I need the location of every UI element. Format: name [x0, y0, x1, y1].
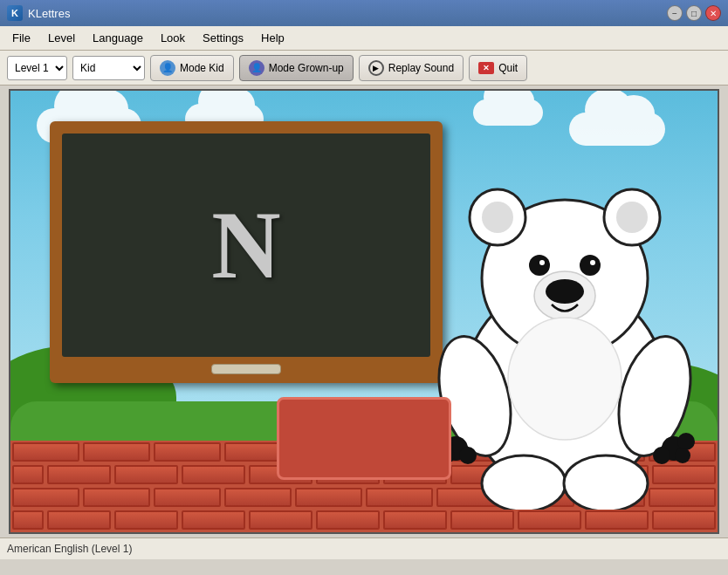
svg-point-16 — [459, 447, 477, 464]
quit-button[interactable]: ✕ Quit — [469, 55, 527, 81]
brick — [182, 510, 245, 530]
titlebar-controls: − □ ✕ — [667, 5, 721, 21]
toolbar: Level 1 Level 2 Level 3 Level 4 Kid Grow… — [0, 51, 728, 86]
brick — [585, 510, 649, 530]
titlebar: K KLettres − □ ✕ — [0, 0, 728, 26]
brick — [450, 510, 514, 530]
replay-sound-label: Replay Sound — [388, 62, 454, 74]
svg-point-25 — [508, 318, 622, 440]
brick — [224, 488, 292, 507]
svg-point-8 — [539, 260, 545, 265]
blackboard: N — [62, 133, 430, 357]
svg-point-24 — [564, 455, 648, 510]
replay-sound-button[interactable]: ▶ Replay Sound — [359, 55, 464, 81]
brick — [295, 488, 362, 507]
mode-kid-icon: 👤 — [160, 60, 175, 76]
statusbar: American English (Level 1) — [0, 537, 728, 559]
brick — [12, 442, 79, 462]
close-button[interactable]: ✕ — [705, 5, 721, 21]
brick — [316, 510, 380, 530]
brick — [83, 442, 150, 462]
mode-kid-button[interactable]: 👤 Mode Kid — [150, 55, 234, 81]
brick-row — [10, 509, 718, 531]
language-select[interactable]: Kid Grown-up — [72, 56, 145, 80]
brick — [518, 510, 581, 530]
level-select[interactable]: Level 1 Level 2 Level 3 Level 4 — [7, 56, 67, 80]
minimize-button[interactable]: − — [667, 5, 683, 21]
brick — [652, 510, 716, 530]
brick — [12, 510, 44, 530]
brick — [383, 510, 447, 530]
menu-help[interactable]: Help — [252, 29, 293, 47]
svg-point-23 — [482, 455, 566, 510]
brick — [154, 488, 221, 507]
svg-point-21 — [653, 447, 670, 464]
cloud-3 — [569, 113, 665, 146]
chalk-letter: N — [211, 190, 280, 301]
brick — [83, 488, 150, 507]
titlebar-left: K KLettres — [7, 5, 70, 21]
quit-icon: ✕ — [478, 62, 494, 74]
svg-point-6 — [529, 255, 550, 276]
mode-kid-label: Mode Kid — [180, 62, 224, 74]
brick — [249, 510, 312, 530]
svg-point-22 — [675, 448, 690, 463]
quit-label: Quit — [498, 62, 518, 74]
brick — [366, 488, 433, 507]
svg-point-9 — [590, 260, 595, 265]
app-icon: K — [7, 5, 23, 21]
brick — [154, 442, 221, 462]
window-title: KLettres — [28, 7, 70, 20]
menubar: File Level Language Look Settings Help — [0, 26, 728, 51]
maximize-button[interactable]: □ — [686, 5, 702, 21]
svg-point-7 — [580, 255, 601, 276]
blackboard-frame: N — [50, 121, 443, 383]
mode-grownup-icon: 👤 — [249, 60, 264, 76]
bear — [429, 143, 700, 510]
brick — [114, 465, 178, 484]
brick — [47, 465, 111, 484]
brick — [114, 510, 178, 530]
chalk-tray — [211, 364, 281, 374]
mode-grownup-button[interactable]: 👤 Mode Grown-up — [239, 55, 354, 81]
menu-language[interactable]: Language — [84, 29, 152, 47]
svg-point-5 — [616, 202, 648, 233]
cloud-4 — [473, 99, 543, 126]
svg-point-20 — [677, 433, 695, 450]
menu-settings[interactable]: Settings — [194, 29, 252, 47]
play-icon: ▶ — [368, 60, 384, 76]
game-area: N — [9, 89, 719, 534]
svg-point-12 — [546, 279, 584, 304]
input-box[interactable] — [277, 397, 451, 480]
mode-grownup-label: Mode Grown-up — [269, 62, 344, 74]
brick — [47, 510, 111, 530]
menu-level[interactable]: Level — [39, 29, 84, 47]
svg-point-3 — [482, 202, 513, 233]
status-text: American English (Level 1) — [7, 543, 132, 555]
brick — [12, 488, 79, 507]
brick — [182, 465, 245, 484]
brick — [12, 465, 44, 484]
menu-look[interactable]: Look — [152, 29, 194, 47]
menu-file[interactable]: File — [3, 29, 39, 47]
blackboard-container: N — [50, 121, 443, 383]
